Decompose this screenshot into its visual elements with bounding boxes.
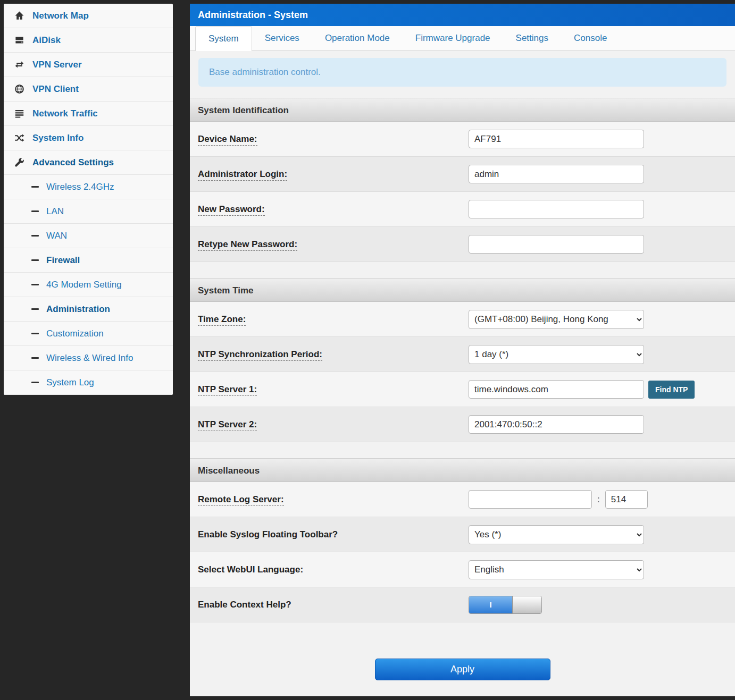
row-administrator-login: Administrator Login: (190, 157, 735, 192)
sidebar-subitem-label: Firewall (46, 255, 80, 266)
home-icon (14, 11, 27, 21)
sidebar-subitem-label: LAN (46, 206, 64, 217)
device-name-label: Device Name: (198, 134, 469, 145)
disk-icon (14, 35, 27, 45)
globe-icon (14, 84, 27, 94)
sidebar-subitem-label: System Log (46, 377, 94, 388)
sidebar-item-label: System Info (32, 133, 83, 144)
webui-language-select[interactable]: English (469, 560, 644, 579)
section-system-time: System Time Time Zone: (GMT+08:00) Beiji… (190, 278, 735, 442)
section-system-identification: System Identification Device Name: Admin… (190, 98, 735, 262)
sidebar: Network Map AiDisk VPN Server VPN Client… (4, 4, 173, 395)
sidebar-subitem-4g-modem-setting[interactable]: 4G Modem Setting (4, 273, 173, 297)
sidebar-subitem-wan[interactable]: WAN (4, 224, 173, 248)
sidebar-subitem-wireless-24ghz[interactable]: Wireless 2.4GHz (4, 175, 173, 199)
syslog-toolbar-label: Enable Syslog Floating Toolbar? (198, 529, 469, 540)
remote-log-host-input[interactable] (469, 490, 592, 509)
webui-language-label: Select WebUI Language: (198, 564, 469, 575)
row-syslog-toolbar: Enable Syslog Floating Toolbar? Yes (*) (190, 517, 735, 552)
row-context-help: Enable Context Help? I (190, 587, 735, 622)
sidebar-subitem-label: Wireless 2.4GHz (46, 182, 114, 192)
sidebar-subitem-administration[interactable]: Administration (4, 297, 173, 322)
sidebar-item-vpn-client[interactable]: VPN Client (4, 77, 173, 102)
page-title: Administration - System (190, 4, 735, 26)
new-password-label: New Password: (198, 204, 469, 215)
sidebar-item-label: AiDisk (32, 35, 61, 46)
row-new-password: New Password: (190, 192, 735, 227)
device-name-input[interactable] (469, 130, 644, 148)
section-miscellaneous: Miscellaneous Remote Log Server: : Enabl… (190, 458, 735, 622)
tab-console[interactable]: Console (561, 26, 620, 50)
tab-settings[interactable]: Settings (503, 26, 561, 50)
list-lines-icon (14, 108, 27, 119)
sidebar-item-network-map[interactable]: Network Map (4, 4, 173, 28)
new-password-input[interactable] (469, 200, 644, 218)
row-ntp-server-2: NTP Server 2: (190, 407, 735, 442)
dash-icon (31, 186, 39, 188)
sidebar-item-label: Advanced Settings (32, 157, 114, 168)
sidebar-item-label: Network Traffic (32, 108, 98, 119)
sidebar-item-label: VPN Client (32, 84, 79, 95)
sidebar-subitem-label: Customization (46, 328, 104, 339)
port-separator: : (597, 494, 600, 505)
sidebar-item-system-info[interactable]: System Info (4, 126, 173, 150)
sidebar-item-aidisk[interactable]: AiDisk (4, 28, 173, 53)
row-device-name: Device Name: (190, 122, 735, 157)
info-banner: Base administration control. (198, 58, 726, 87)
apply-area: Apply (190, 638, 735, 696)
shuffle-icon (14, 133, 27, 143)
ntp-server-1-input[interactable] (469, 380, 644, 399)
syslog-toolbar-select[interactable]: Yes (*) (469, 525, 644, 544)
time-zone-select[interactable]: (GMT+08:00) Beijing, Hong Kong (469, 310, 644, 329)
sidebar-item-advanced-settings[interactable]: Advanced Settings (4, 150, 173, 175)
tab-operation-mode[interactable]: Operation Mode (312, 26, 403, 50)
dash-icon (31, 382, 39, 383)
row-ntp-server-1: NTP Server 1: Find NTP (190, 372, 735, 407)
administrator-login-input[interactable] (469, 165, 644, 183)
sidebar-subitem-label: Wireless & Wired Info (46, 353, 133, 364)
sidebar-subitem-firewall[interactable]: Firewall (4, 248, 173, 273)
sidebar-subitem-system-log[interactable]: System Log (4, 370, 173, 395)
sidebar-item-label: VPN Server (32, 60, 82, 70)
retype-new-password-input[interactable] (469, 235, 644, 254)
row-retype-new-password: Retype New Password: (190, 227, 735, 262)
toggle-on-segment: I (469, 596, 512, 613)
section-title: Miscellaneous (190, 458, 735, 482)
dash-icon (31, 259, 39, 261)
context-help-toggle[interactable]: I (469, 596, 542, 614)
row-webui-language: Select WebUI Language: English (190, 552, 735, 587)
row-time-zone: Time Zone: (GMT+08:00) Beijing, Hong Kon… (190, 302, 735, 337)
administrator-login-label: Administrator Login: (198, 169, 469, 180)
row-ntp-sync-period: NTP Synchronization Period: 1 day (*) (190, 337, 735, 372)
sidebar-subitem-customization[interactable]: Customization (4, 322, 173, 346)
ntp-server-2-input[interactable] (469, 415, 644, 434)
toggle-handle[interactable] (512, 596, 541, 613)
context-help-label: Enable Context Help? (198, 600, 469, 610)
ntp-sync-period-select[interactable]: 1 day (*) (469, 345, 644, 364)
dash-icon (31, 235, 39, 237)
tab-bar: System Services Operation Mode Firmware … (190, 26, 735, 50)
sidebar-subitem-lan[interactable]: LAN (4, 199, 173, 224)
sidebar-item-label: Network Map (32, 11, 89, 21)
remote-log-port-input[interactable] (605, 490, 648, 509)
retype-new-password-label: Retype New Password: (198, 239, 469, 250)
tab-firmware-upgrade[interactable]: Firmware Upgrade (403, 26, 503, 50)
sidebar-subitem-label: WAN (46, 231, 67, 241)
dash-icon (31, 284, 39, 285)
apply-button[interactable]: Apply (375, 659, 550, 680)
section-title: System Identification (190, 98, 735, 122)
sidebar-subitem-label: Administration (46, 304, 110, 315)
tab-services[interactable]: Services (252, 26, 312, 50)
sidebar-item-vpn-server[interactable]: VPN Server (4, 53, 173, 77)
dash-icon (31, 333, 39, 334)
sidebar-subitem-label: 4G Modem Setting (46, 280, 122, 290)
remote-log-server-label: Remote Log Server: (198, 494, 469, 505)
sidebar-subitem-wireless-wired-info[interactable]: Wireless & Wired Info (4, 346, 173, 370)
find-ntp-button[interactable]: Find NTP (648, 381, 695, 399)
dash-icon (31, 210, 39, 212)
sidebar-item-network-traffic[interactable]: Network Traffic (4, 102, 173, 126)
ntp-server-2-label: NTP Server 2: (198, 419, 469, 430)
main-panel: Administration - System System Services … (190, 4, 735, 696)
time-zone-label: Time Zone: (198, 314, 469, 325)
tab-system[interactable]: System (195, 26, 252, 51)
